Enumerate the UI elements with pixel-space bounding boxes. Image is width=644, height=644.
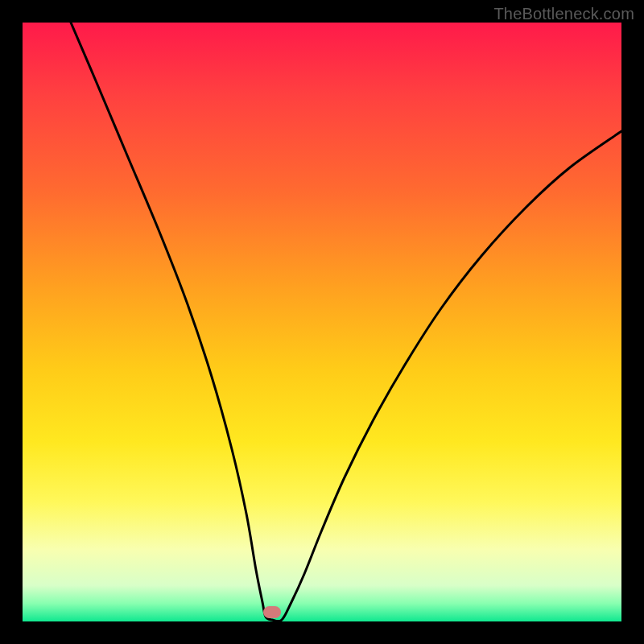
curve-svg (23, 23, 621, 621)
optimum-marker (263, 606, 281, 618)
plot-area (23, 23, 621, 621)
bottleneck-curve (71, 23, 621, 621)
watermark-text: TheBottleneck.com (493, 5, 634, 23)
chart-frame: TheBottleneck.com (0, 0, 644, 644)
